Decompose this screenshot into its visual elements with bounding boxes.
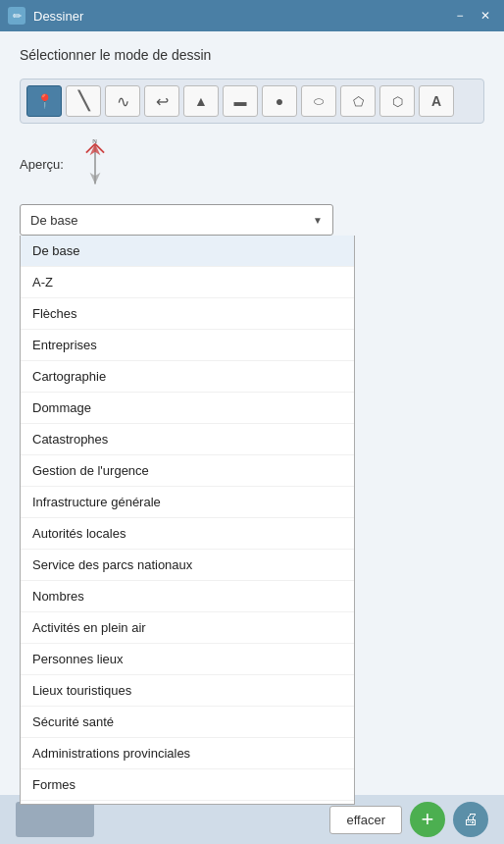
drawing-toolbar: 📍 ╲ ∿ ↩ ▲ ▬ ● ⬭ ⬠ ⬡ A bbox=[20, 79, 484, 124]
list-item[interactable]: Personnes lieux bbox=[21, 644, 354, 675]
mode-label: Sélectionner le mode de dessin bbox=[20, 47, 484, 63]
list-item[interactable]: Service des parcs nationaux bbox=[21, 550, 354, 581]
window-title: Dessiner bbox=[33, 9, 449, 24]
list-item[interactable]: Transports bbox=[21, 801, 354, 805]
dropdown-arrow-icon: ▼ bbox=[313, 215, 323, 226]
window-controls: − ✕ bbox=[449, 5, 496, 26]
preview-row: Aperçu: N bbox=[20, 139, 484, 188]
tool-text[interactable]: A bbox=[419, 85, 454, 117]
list-item[interactable]: Sécurité santé bbox=[21, 707, 354, 738]
list-item[interactable]: De base bbox=[21, 236, 354, 267]
content-area: Sélectionner le mode de dessin 📍 ╲ ∿ ↩ ▲… bbox=[0, 31, 504, 844]
dropdown-list: De base A-Z Flèches Entreprises Cartogra… bbox=[20, 236, 355, 805]
list-item[interactable]: Administrations provinciales bbox=[21, 738, 354, 769]
list-item[interactable]: Gestion de l'urgence bbox=[21, 455, 354, 487]
list-item[interactable]: Nombres bbox=[21, 581, 354, 612]
main-window: ✏ Dessiner − ✕ Sélectionner le mode de d… bbox=[0, 0, 504, 844]
list-item[interactable]: Lieux touristiques bbox=[21, 675, 354, 707]
tool-ellipse[interactable]: ⬭ bbox=[301, 85, 336, 117]
svg-text:N: N bbox=[92, 139, 97, 144]
list-item[interactable]: Dommage bbox=[21, 393, 354, 424]
list-item[interactable]: Formes bbox=[21, 769, 354, 801]
erase-button[interactable]: effacer bbox=[329, 806, 402, 834]
print-button[interactable]: 🖨 bbox=[453, 802, 488, 837]
category-dropdown-wrapper: De base ▼ De base A-Z Flèches Entreprise… bbox=[20, 204, 333, 236]
tool-rectangle[interactable]: ▬ bbox=[223, 85, 258, 117]
tool-triangle[interactable]: ▲ bbox=[183, 85, 219, 117]
tool-polygon[interactable]: ⬠ bbox=[340, 85, 376, 117]
compass-preview: N bbox=[76, 139, 115, 188]
list-item-catastrophes[interactable]: Catastrophes bbox=[21, 424, 354, 455]
tool-freehand[interactable]: ∿ bbox=[105, 85, 140, 117]
app-icon: ✏ bbox=[8, 7, 25, 25]
list-item[interactable]: Entreprises bbox=[21, 330, 354, 361]
close-button[interactable]: ✕ bbox=[475, 5, 496, 26]
list-item[interactable]: Infrastructure générale bbox=[21, 487, 354, 518]
extra-button[interactable] bbox=[16, 802, 94, 837]
list-item[interactable]: Flèches bbox=[21, 298, 354, 330]
minimize-button[interactable]: − bbox=[449, 5, 471, 26]
title-bar: ✏ Dessiner − ✕ bbox=[0, 0, 504, 31]
tool-circle[interactable]: ● bbox=[262, 85, 297, 117]
list-item[interactable]: Activités en plein air bbox=[21, 612, 354, 644]
add-button[interactable]: + bbox=[410, 802, 445, 837]
tool-special[interactable]: ⬡ bbox=[379, 85, 415, 117]
tool-line[interactable]: ╲ bbox=[66, 85, 101, 117]
category-dropdown[interactable]: De base ▼ bbox=[20, 204, 333, 236]
tool-pin[interactable]: 📍 bbox=[26, 85, 62, 117]
list-item[interactable]: Autorités locales bbox=[21, 518, 354, 550]
list-item[interactable]: Cartographie bbox=[21, 361, 354, 393]
preview-label: Aperçu: bbox=[20, 157, 64, 172]
dropdown-selected-value: De base bbox=[30, 213, 77, 228]
list-item[interactable]: A-Z bbox=[21, 267, 354, 298]
tool-curve[interactable]: ↩ bbox=[144, 85, 179, 117]
